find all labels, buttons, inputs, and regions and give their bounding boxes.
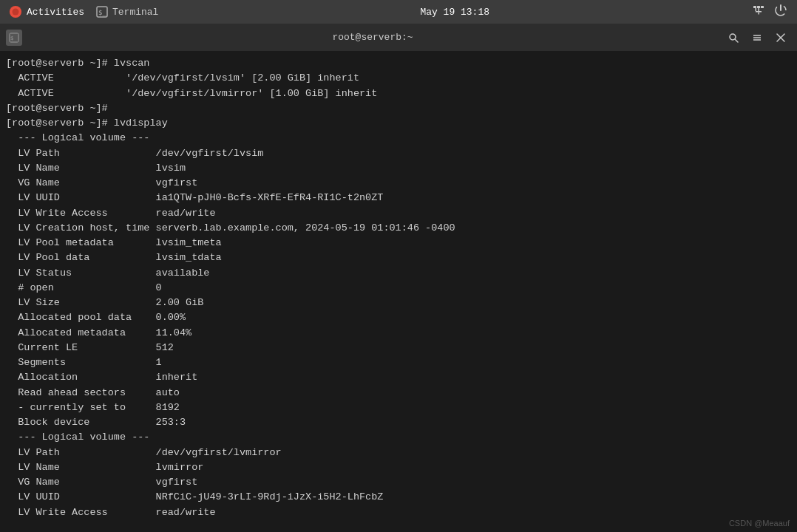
terminal-titlebar: $ root@serverb:~	[0, 24, 797, 52]
terminal-line: --- Logical volume ---	[6, 430, 791, 445]
terminal-taskbar-button[interactable]: $_ Terminal	[96, 6, 158, 18]
terminal-line: LV Path /dev/vgfirst/lvmirror	[6, 446, 791, 460]
terminal-taskbar-label: Terminal	[112, 7, 158, 18]
terminal-output[interactable]: [root@serverb ~]# lvscan ACTIVE '/dev/vg…	[0, 52, 797, 532]
close-button[interactable]	[770, 27, 791, 48]
svg-point-1	[13, 9, 19, 16]
watermark: CSDN @Meaauf	[729, 519, 790, 528]
titlebar-left: $	[6, 30, 22, 46]
svg-point-15	[730, 34, 736, 40]
svg-rect-9	[756, 11, 762, 13]
svg-text:$_: $_	[98, 9, 106, 16]
search-icon	[728, 33, 739, 43]
svg-rect-8	[759, 8, 760, 11]
terminal-line: LV Write Access read/write	[6, 206, 791, 221]
svg-rect-6	[761, 6, 764, 8]
terminal-line: Read ahead sectors auto	[6, 386, 791, 400]
svg-line-16	[736, 39, 739, 42]
terminal-line: LV UUID NRfCiC-jU49-3rLI-9Rdj-iJzX-i5H2-…	[6, 490, 791, 505]
terminal-line: VG Name vgfirst	[6, 176, 791, 191]
network-svg	[751, 3, 766, 18]
system-bar-right	[751, 3, 788, 21]
terminal-line: [root@serverb ~]# lvdisplay	[6, 116, 791, 131]
search-button[interactable]	[723, 27, 744, 48]
terminal-line: VG Name vgfirst	[6, 475, 791, 490]
terminal-line: LV Write Access read/write	[6, 505, 791, 520]
svg-rect-4	[753, 6, 756, 8]
power-svg	[773, 3, 788, 18]
terminal-line: Segments 1	[6, 355, 791, 370]
terminal-title: root@serverb:~	[332, 32, 413, 43]
tab-terminal-icon: $	[9, 33, 19, 43]
close-icon	[776, 33, 786, 43]
menu-button[interactable]	[747, 27, 767, 48]
terminal-line: --- Logical volume ---	[6, 131, 791, 146]
terminal-line: Allocation inherit	[6, 370, 791, 385]
terminal-line: LV Pool metadata lvsim_tmeta	[6, 236, 791, 250]
terminal-line: LV Name lvsim	[6, 161, 791, 176]
system-bar-left: Activities $_ Terminal	[9, 5, 158, 18]
terminal-line: LV UUID ia1QTW-pJH0-Bcfs-XRfE-EfR4-RI1C-…	[6, 191, 791, 205]
terminal-line: # open 0	[6, 281, 791, 296]
svg-rect-7	[756, 8, 757, 11]
terminal-line: - currently set to 8192	[6, 400, 791, 415]
system-bar: Activities $_ Terminal May 19 13:18	[0, 0, 797, 24]
terminal-line: Allocated metadata 11.04%	[6, 326, 791, 341]
terminal-line: LV Path /dev/vgfirst/lvsim	[6, 146, 791, 161]
terminal-line: Current LE 512	[6, 341, 791, 355]
terminal-line: [root@serverb ~]#	[6, 101, 791, 116]
terminal-line: ACTIVE '/dev/vgfirst/lvsim' [2.00 GiB] i…	[6, 71, 791, 86]
hamburger-icon	[752, 33, 762, 43]
terminal-line: LV Creation host, time serverb.lab.examp…	[6, 221, 791, 236]
terminal-line: Allocated pool data 0.00%	[6, 310, 791, 325]
terminal-line: LV Status available	[6, 266, 791, 281]
activities-icon	[9, 5, 22, 18]
network-icon[interactable]	[751, 3, 766, 21]
terminal-line: ACTIVE '/dev/vgfirst/lvmirror' [1.00 GiB…	[6, 86, 791, 101]
svg-rect-10	[759, 12, 760, 14]
terminal-line: Block device 253:3	[6, 415, 791, 430]
terminal-line: [root@serverb ~]# lvscan	[6, 56, 791, 71]
activities-button[interactable]: Activities	[9, 5, 84, 18]
activities-label: Activities	[27, 7, 84, 18]
svg-rect-5	[757, 6, 760, 8]
system-datetime: May 19 13:18	[420, 7, 489, 18]
terminal-window: $ root@serverb:~	[0, 24, 797, 532]
terminal-line: LV Name lvmirror	[6, 460, 791, 475]
terminal-line: LV Pool data lvsim_tdata	[6, 250, 791, 265]
svg-text:$: $	[10, 35, 13, 41]
power-icon[interactable]	[773, 3, 788, 21]
terminal-line: LV Size 2.00 GiB	[6, 296, 791, 310]
tab-icon: $	[6, 30, 22, 46]
terminal-taskbar-icon: $_	[96, 6, 108, 18]
titlebar-controls	[723, 27, 791, 48]
